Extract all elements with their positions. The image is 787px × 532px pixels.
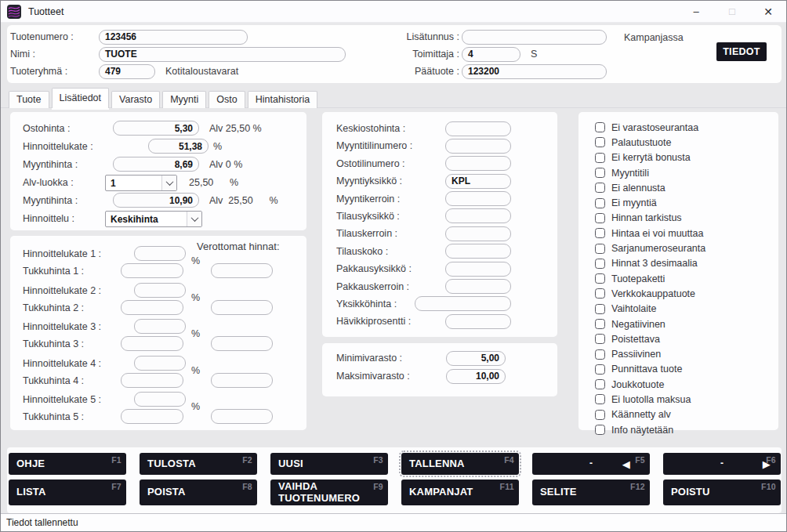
checkbox-row: Ei varastoseurantaa <box>595 120 774 135</box>
ostohinta-input[interactable]: 5,30 <box>113 121 199 136</box>
veroton-hinta-n-input[interactable] <box>211 336 273 351</box>
tab[interactable]: Hintahistoria <box>248 91 317 108</box>
tukkuhinta-n-input[interactable] <box>121 263 183 278</box>
detail-input[interactable] <box>445 262 511 277</box>
checkbox[interactable] <box>595 425 605 435</box>
function-button[interactable]: SELITE F12 <box>532 480 650 505</box>
stock-input[interactable]: 5,00 <box>446 351 506 366</box>
checkbox[interactable] <box>595 183 605 193</box>
checkbox[interactable] <box>595 364 605 375</box>
tab[interactable]: Varasto <box>111 91 160 108</box>
checkbox[interactable] <box>595 198 605 208</box>
button-row-2: LISTA F7 POISTA F8 VAIHDA TUOTENUMERO F9 <box>9 480 781 505</box>
checkbox-label: Joukkotuote <box>611 379 664 390</box>
tab[interactable]: Myynti <box>162 91 206 108</box>
hinnoittelukate-n-input[interactable] <box>134 246 186 261</box>
checkbox-row: Sarjanumeroseuranta <box>595 241 774 255</box>
detail-input[interactable]: KPL <box>445 174 511 189</box>
minimize-button[interactable]: – <box>678 1 714 22</box>
tukkuhinta-n-input[interactable] <box>121 409 183 424</box>
myyntihinta-alv-label: Alv 0 % <box>209 159 242 170</box>
myyntihinta2-input[interactable]: 10,90 <box>113 193 199 208</box>
close-button[interactable]: ✕ <box>750 1 786 22</box>
dropdown-button[interactable] <box>187 212 201 226</box>
tukkuhinta-n-input[interactable] <box>121 336 183 351</box>
hinnoittelukate-n-input[interactable] <box>134 283 186 298</box>
checkbox[interactable] <box>595 259 605 269</box>
function-button[interactable]: POISTU F10 <box>663 480 781 505</box>
tab[interactable]: Lisätiedot <box>52 88 110 108</box>
paatuote-input[interactable]: 123200 <box>462 64 607 79</box>
function-button[interactable]: OHJE F1 <box>9 453 126 475</box>
tuotenumero-input[interactable]: 123456 <box>99 30 248 45</box>
checkbox[interactable] <box>595 379 605 389</box>
checkbox[interactable] <box>595 349 605 360</box>
veroton-hinta-n-input[interactable] <box>211 300 273 315</box>
tukkuhinta-n-input[interactable] <box>121 300 183 315</box>
detail-input[interactable] <box>445 314 511 329</box>
alv-luokka-select[interactable]: 1 <box>105 175 177 191</box>
lisatunnus-input[interactable] <box>462 30 607 45</box>
checkbox[interactable] <box>595 394 605 404</box>
hinnoittelukate-label: Hinnoittelukate : <box>23 141 93 152</box>
detail-input[interactable] <box>415 296 511 311</box>
checkbox[interactable] <box>595 304 605 314</box>
checkbox[interactable] <box>595 122 605 132</box>
fkey-label: F5 <box>635 455 645 465</box>
toimittaja-input[interactable]: 4 <box>462 47 520 62</box>
tab[interactable]: Osto <box>209 91 245 108</box>
hinnoittelukate-n-input[interactable] <box>134 319 186 334</box>
detail-input[interactable] <box>445 226 511 241</box>
function-button[interactable]: LISTA F7 <box>9 480 126 505</box>
function-button[interactable]: KAMPANJAT F11 <box>401 480 519 505</box>
lisatunnus-label: Lisätunnus : <box>369 31 459 42</box>
tiedot-button[interactable]: TIEDOT <box>716 42 767 61</box>
hinnoittelu-select[interactable]: Keskihinta <box>105 211 202 227</box>
function-button[interactable]: - ◀ F5 <box>532 453 650 475</box>
checkbox[interactable] <box>595 273 605 284</box>
detail-label: Myyntitilinumero : <box>336 140 445 151</box>
app-logo-icon <box>7 5 21 19</box>
checkbox[interactable] <box>595 153 605 163</box>
nimi-input[interactable]: TUOTE <box>99 47 346 62</box>
tuoteryhma-input[interactable]: 479 <box>99 64 155 79</box>
checkbox-row: Tuotepaketti <box>595 271 774 286</box>
tab[interactable]: Tuote <box>9 91 49 108</box>
function-button[interactable]: POISTA F8 <box>140 480 257 505</box>
maximize-button[interactable]: □ <box>714 1 750 22</box>
dropdown-button[interactable] <box>161 176 176 190</box>
stock-input[interactable]: 10,00 <box>446 369 506 384</box>
window-controls: – □ ✕ <box>678 1 786 22</box>
veroton-hinta-n-input[interactable] <box>211 409 273 424</box>
function-button[interactable]: UUSI F3 <box>270 453 388 475</box>
checkbox[interactable] <box>595 288 605 299</box>
detail-input[interactable] <box>445 191 511 206</box>
hinnoittelukate-n-input[interactable] <box>134 356 186 371</box>
checkbox[interactable] <box>595 244 605 254</box>
function-button[interactable]: VAIHDA TUOTENUMERO F9 <box>270 480 388 505</box>
checkbox-label: Hinnat 3 desimaalia <box>611 258 698 269</box>
checkbox[interactable] <box>595 319 605 329</box>
veroton-hinta-n-input[interactable] <box>211 373 273 388</box>
veroton-hinta-n-input[interactable] <box>211 263 273 278</box>
function-button[interactable]: TALLENNA F4 <box>401 453 519 475</box>
checkbox[interactable] <box>595 228 605 238</box>
tukkuhinta-n-input[interactable] <box>121 373 183 388</box>
detail-input[interactable] <box>445 121 511 136</box>
myyntihinta-input[interactable]: 8,69 <box>113 157 199 172</box>
checkbox[interactable] <box>595 168 605 178</box>
checkbox[interactable] <box>595 213 605 223</box>
checkbox[interactable] <box>595 410 605 420</box>
detail-input[interactable] <box>445 139 511 154</box>
margin-group: Hinnoittelukate 2 : % Tukkuhinta 2 : <box>10 283 306 320</box>
checkbox[interactable] <box>595 334 605 344</box>
hinnoittelukate-input[interactable]: 51,38 <box>148 139 209 154</box>
function-button[interactable]: - ▶ F6 <box>663 453 781 475</box>
checkbox[interactable] <box>595 137 605 147</box>
detail-input[interactable] <box>445 279 511 294</box>
detail-input[interactable] <box>445 244 511 259</box>
detail-input[interactable] <box>445 208 511 223</box>
detail-input[interactable] <box>445 156 511 171</box>
hinnoittelukate-n-input[interactable] <box>134 392 186 407</box>
function-button[interactable]: TULOSTA F2 <box>140 453 257 475</box>
